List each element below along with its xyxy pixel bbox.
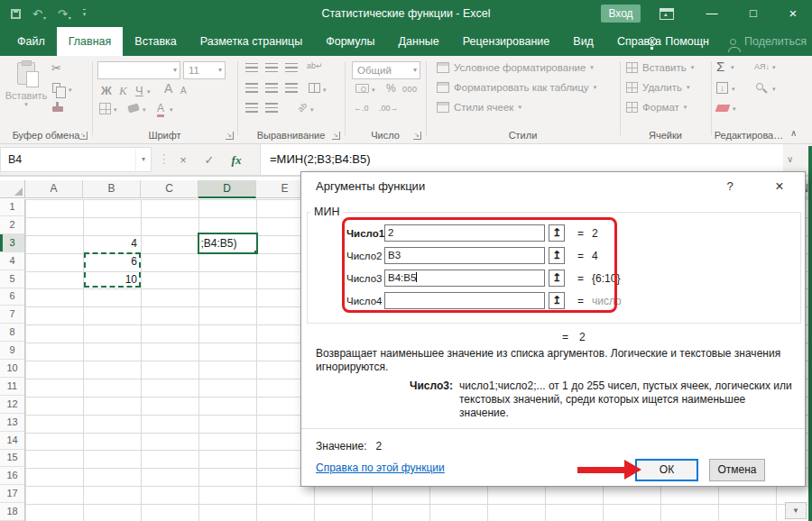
shrink-font-button[interactable]: А — [180, 86, 187, 96]
tell-me-lightbulb-icon[interactable] — [648, 37, 657, 46]
grow-font-button[interactable]: А — [164, 81, 172, 96]
find-dropdown-icon[interactable]: ▾ — [772, 86, 776, 93]
share-button[interactable]: Поделиться — [744, 35, 807, 48]
arg-input-3[interactable]: B4:B5 — [384, 270, 545, 287]
row-header-9[interactable]: 9 — [0, 342, 24, 360]
format-painter-icon[interactable] — [52, 106, 63, 112]
align-left-icon[interactable] — [245, 83, 258, 93]
ribbon-tab-2[interactable]: Главная — [57, 27, 124, 56]
row-header-4[interactable]: 4 — [0, 252, 24, 270]
assistant-label[interactable]: Помощн — [665, 35, 709, 48]
row-header-11[interactable]: 11 — [0, 378, 24, 396]
orientation-dropdown-icon[interactable]: ▾ — [310, 106, 314, 114]
fill-handle-icon[interactable] — [254, 250, 258, 254]
find-select-icon[interactable] — [756, 83, 763, 90]
sort-filter-icon[interactable]: АЯ↓ — [754, 62, 770, 71]
align-bottom-icon[interactable] — [285, 63, 298, 73]
number-format-combo[interactable]: Общий▾ — [352, 61, 420, 79]
font-color-button[interactable]: А — [157, 102, 164, 117]
decrease-decimal-icon[interactable]: .00→ — [379, 104, 399, 113]
active-cell-D3[interactable]: ;B4:B5) — [198, 233, 258, 254]
ribbon-tab-7[interactable]: Рецензирование — [451, 27, 562, 56]
dialog-close-button[interactable]: × — [765, 176, 794, 197]
row-header-13[interactable]: 13 — [0, 414, 24, 432]
column-header-C[interactable]: C — [141, 180, 198, 197]
row-header-2[interactable]: 2 — [0, 216, 24, 234]
decrease-indent-icon[interactable] — [245, 103, 258, 113]
font-color-dropdown-icon[interactable]: ▾ — [170, 106, 173, 114]
align-top-icon[interactable] — [245, 63, 258, 73]
close-button[interactable]: × — [774, 0, 812, 27]
font-name-combo[interactable]: ▾ — [97, 61, 180, 79]
alignment-dialog-launcher-icon[interactable]: ↘ — [332, 132, 340, 140]
formula-bar-handle-icon[interactable]: ⋮ — [158, 151, 171, 166]
ribbon-tab-8[interactable]: Вид — [561, 27, 605, 56]
font-size-combo[interactable]: 11▾ — [183, 61, 226, 79]
ribbon-tab-1[interactable]: Файл — [5, 27, 57, 56]
format-cells-button[interactable]: Формат▾ — [626, 102, 687, 113]
autosum-button[interactable]: Σ — [716, 59, 724, 74]
number-dialog-launcher-icon[interactable]: ↘ — [413, 132, 421, 140]
clear-eraser-icon[interactable] — [715, 105, 731, 112]
wrap-text-icon[interactable]: ab↵ — [307, 61, 323, 70]
range-selector-button-1[interactable]: ↥ — [549, 224, 565, 242]
scrollbar-down-button[interactable]: ▼ — [785, 502, 807, 519]
row-header-18[interactable]: 18 — [0, 503, 24, 521]
range-selector-button-3[interactable]: ↥ — [549, 270, 565, 287]
align-middle-icon[interactable] — [265, 63, 278, 73]
percent-style-button[interactable]: % — [386, 82, 396, 95]
select-all-corner[interactable] — [0, 180, 25, 198]
underline-dropdown-icon[interactable]: ▾ — [147, 88, 151, 96]
ribbon-tab-5[interactable]: Формулы — [314, 27, 386, 56]
insert-cells-button[interactable]: Вставить▾ — [626, 62, 694, 73]
bold-button[interactable]: Ж — [101, 84, 112, 97]
expand-formula-bar-icon[interactable]: ∨ — [787, 154, 793, 164]
name-box-dropdown-icon[interactable]: ▾ — [135, 147, 151, 172]
comma-style-button[interactable]: 000 — [402, 85, 418, 94]
cut-icon[interactable]: ✂ — [51, 61, 61, 75]
formula-input[interactable]: =МИН(2;B3;B4:B5) — [260, 144, 783, 175]
row-header-12[interactable]: 12 — [0, 396, 24, 414]
chevron-down-icon[interactable]: ▾ — [173, 62, 177, 78]
column-header-B[interactable]: B — [83, 180, 141, 197]
fill-color-dropdown-icon[interactable]: ▾ — [143, 106, 146, 114]
arg-input-4[interactable] — [384, 292, 545, 309]
row-header-17[interactable]: 17 — [0, 485, 24, 503]
merge-center-icon[interactable] — [309, 83, 320, 93]
collapse-ribbon-icon[interactable]: ∧ — [790, 128, 797, 138]
arg-input-2[interactable]: B3 — [384, 247, 545, 264]
row-header-8[interactable]: 8 — [0, 324, 24, 342]
maximize-button[interactable]: □ — [734, 0, 772, 27]
clear-dropdown-icon[interactable]: ▾ — [733, 105, 736, 113]
row-header-14[interactable]: 14 — [0, 432, 24, 450]
align-right-icon[interactable] — [285, 83, 298, 93]
column-header-D[interactable]: D — [198, 180, 256, 198]
fill-down-icon[interactable]: ↓ — [716, 82, 728, 94]
increase-decimal-icon[interactable]: ←.0 — [354, 104, 369, 113]
row-header-16[interactable]: 16 — [0, 467, 24, 485]
autosum-dropdown-icon[interactable]: ▾ — [731, 64, 734, 71]
chevron-down-icon[interactable]: ▾ — [413, 62, 417, 78]
ribbon-display-options-icon[interactable] — [660, 8, 674, 20]
format-as-table-button[interactable]: Форматировать как таблицу▾ — [437, 82, 596, 93]
ribbon-tab-3[interactable]: Вставка — [123, 27, 188, 56]
cell-styles-button[interactable]: Стили ячеек▾ — [437, 102, 521, 113]
fill-color-icon[interactable] — [127, 104, 140, 114]
row-header-7[interactable]: 7 — [0, 306, 24, 324]
paste-button[interactable]: Вставить ▾ — [5, 59, 47, 126]
row-header-15[interactable]: 15 — [0, 449, 24, 467]
ribbon-tab-4[interactable]: Разметка страницы — [189, 27, 314, 56]
merge-dropdown-icon[interactable]: ▾ — [323, 87, 327, 94]
sort-dropdown-icon[interactable]: ▾ — [772, 64, 776, 71]
borders-dropdown-icon[interactable]: ▾ — [114, 106, 117, 114]
align-center-icon[interactable] — [265, 83, 278, 93]
row-header-1[interactable]: 1 — [0, 199, 24, 216]
row-header-3[interactable]: 3 — [0, 234, 24, 252]
chevron-down-icon[interactable]: ▾ — [218, 62, 222, 78]
cancel-button[interactable]: Отмена — [709, 459, 765, 481]
accounting-dropdown-icon[interactable]: ▾ — [372, 87, 375, 94]
dialog-help-button[interactable]: ? — [718, 177, 742, 197]
range-selector-button-4[interactable]: ↥ — [549, 292, 565, 309]
copy-icon[interactable] — [52, 83, 60, 93]
row-header-10[interactable]: 10 — [0, 360, 24, 378]
